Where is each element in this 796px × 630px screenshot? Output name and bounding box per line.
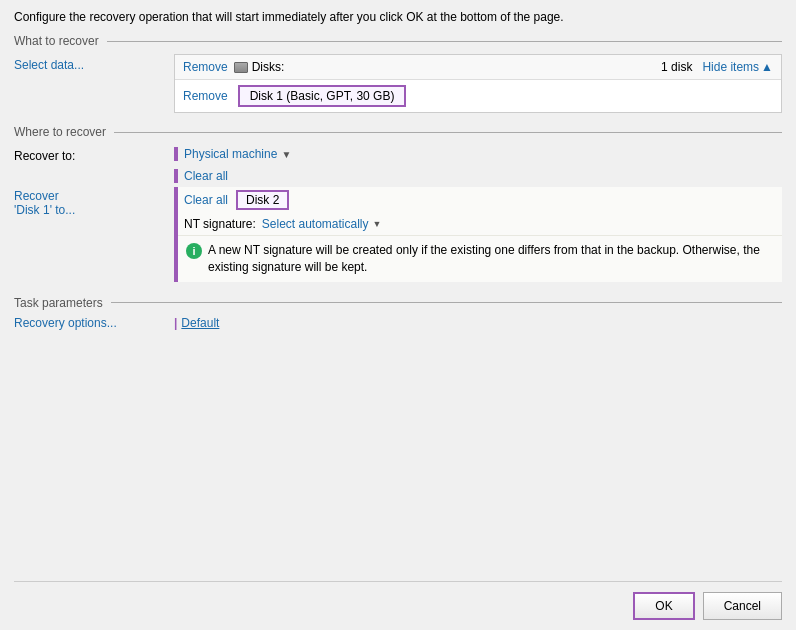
clear-all-right: Clear all — [174, 169, 228, 183]
recover-table: Remove Disks: 1 disk Hide items ▲ Remove… — [174, 54, 782, 113]
disk-table-row: Remove Disk 1 (Basic, GPT, 30 GB) — [175, 80, 781, 112]
recovery-options-link[interactable]: Recovery options... — [14, 316, 117, 330]
clear-disk2-link[interactable]: Clear all — [184, 193, 228, 207]
info-text: A new NT signature will be created only … — [208, 242, 774, 276]
physical-machine-label: Physical machine — [184, 147, 277, 161]
recover-disk1-to-link[interactable]: Recover 'Disk 1' to... — [14, 189, 75, 217]
select-data-link[interactable]: Select data... — [14, 58, 84, 72]
nt-signature-label: NT signature: — [184, 217, 256, 231]
section-divider3 — [111, 302, 782, 303]
what-to-recover-label: What to recover — [14, 34, 99, 48]
recovery-options-left: Recovery options... — [14, 316, 174, 330]
hide-items-chevron: ▲ — [761, 60, 773, 74]
disk-target-header: Clear all Disk 2 — [178, 187, 782, 213]
remove-disks-link[interactable]: Remove — [183, 60, 228, 74]
clear-all-row: Clear all — [14, 169, 782, 183]
nt-signature-row: NT signature: Select automatically ▼ — [178, 213, 782, 235]
disk-count: 1 disk — [661, 60, 692, 74]
disks-label: Disks: — [252, 60, 285, 74]
what-to-recover-section-header: What to recover — [14, 34, 782, 48]
cancel-button[interactable]: Cancel — [703, 592, 782, 620]
bar-separator: | — [174, 316, 177, 330]
physical-machine-arrow: ▼ — [281, 149, 291, 160]
disk2-badge: Disk 2 — [236, 190, 289, 210]
bottom-buttons: OK Cancel — [14, 581, 782, 620]
select-auto-chevron: ▼ — [373, 219, 382, 229]
recovery-options-row: Recovery options... | Default — [14, 316, 782, 330]
recover-table-container: Remove Disks: 1 disk Hide items ▲ Remove… — [174, 54, 782, 113]
recover-disk-section: Recover 'Disk 1' to... Clear all Disk 2 … — [14, 187, 782, 282]
remove-disk1-link[interactable]: Remove — [183, 89, 228, 103]
physical-machine-button[interactable]: Physical machine ▼ — [184, 147, 291, 161]
disk-icon — [234, 62, 248, 73]
recover-to-label: Recover to: — [14, 149, 75, 163]
where-to-recover-label: Where to recover — [14, 125, 106, 139]
select-data-left: Select data... — [14, 54, 174, 113]
section-divider — [107, 41, 782, 42]
recover-to-row: Recover to: Physical machine ▼ — [14, 145, 782, 163]
clear-all-link[interactable]: Clear all — [184, 169, 228, 183]
section-divider2 — [114, 132, 782, 133]
where-to-recover-section-header: Where to recover — [14, 125, 782, 139]
clear-all-left — [14, 174, 174, 178]
hide-items-label: Hide items — [702, 60, 759, 74]
disk1-badge: Disk 1 (Basic, GPT, 30 GB) — [238, 85, 407, 107]
select-auto-label: Select automatically — [262, 217, 369, 231]
recover-disk-left: Recover 'Disk 1' to... — [14, 187, 174, 282]
recover-to-right: Physical machine ▼ — [174, 147, 291, 161]
select-automatically-button[interactable]: Select automatically ▼ — [262, 217, 382, 231]
default-link[interactable]: Default — [181, 316, 219, 330]
ok-button[interactable]: OK — [633, 592, 694, 620]
task-params-section-header: Task parameters — [14, 296, 782, 310]
recover-disk-right: Clear all Disk 2 NT signature: Select au… — [174, 187, 782, 282]
what-to-recover-area: Select data... Remove Disks: 1 disk Hide… — [14, 54, 782, 113]
task-params-label: Task parameters — [14, 296, 103, 310]
hide-items-link[interactable]: Hide items ▲ — [702, 60, 773, 74]
recovery-options-right: | Default — [174, 316, 219, 330]
info-icon: i — [186, 243, 202, 259]
recover-to-left: Recover to: — [14, 145, 174, 163]
intro-text: Configure the recovery operation that wi… — [14, 10, 782, 24]
nt-signature-info-box: i A new NT signature will be created onl… — [178, 235, 782, 282]
recover-table-header: Remove Disks: 1 disk Hide items ▲ — [175, 55, 781, 80]
task-params-area: Task parameters Recovery options... | De… — [14, 288, 782, 330]
